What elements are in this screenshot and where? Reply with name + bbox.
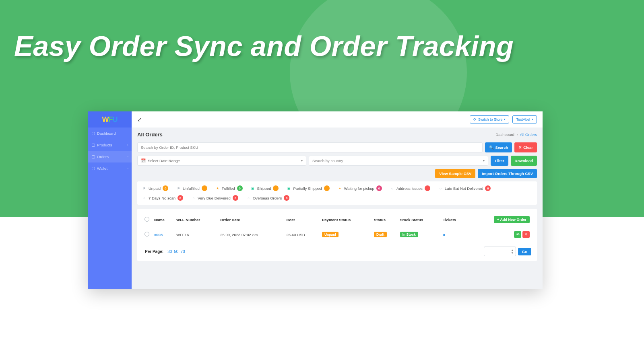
- status-label: Waiting for pickup: [344, 186, 374, 191]
- status-label: Very Due Delivered: [198, 196, 231, 200]
- date-range-select[interactable]: 📅 Select Date Range ▾: [137, 156, 306, 166]
- order-name-link[interactable]: #008: [154, 232, 163, 237]
- circle-icon: ○: [142, 196, 147, 200]
- gift-icon: ✦: [338, 186, 342, 191]
- cell-wff: WFF16: [175, 228, 219, 241]
- sidebar-item-label: Wallet: [97, 166, 107, 171]
- app-window: WFU DashboardProducts›Orders›Wallet› ⤢ ⟳…: [88, 111, 543, 289]
- status-filter-7-days-no-scan[interactable]: ○7 Days No scan0: [142, 195, 183, 201]
- flag-icon: ⚑: [142, 186, 147, 191]
- chevron-down-icon: ▾: [483, 159, 485, 162]
- star-icon: ★: [215, 186, 220, 191]
- status-filter-overseas-orders[interactable]: ○Overseas Orders0: [246, 195, 289, 201]
- delete-button[interactable]: ✕: [522, 231, 530, 238]
- fullscreen-icon[interactable]: ⤢: [137, 116, 142, 123]
- nav-icon: [92, 144, 95, 147]
- breadcrumb-current: All Orders: [520, 132, 537, 137]
- status-filter-partially-shipped[interactable]: ▣Partially Shipped: [287, 185, 329, 191]
- status-label: Unfulfilled: [183, 186, 200, 191]
- sidebar-item-orders[interactable]: Orders›: [88, 151, 132, 162]
- status-label: Unpaid: [149, 186, 161, 191]
- status-filter-address-issues[interactable]: ○Address Issues: [390, 185, 430, 191]
- status-filter-waiting-for-pickup[interactable]: ✦Waiting for pickup0: [338, 185, 382, 191]
- select-all-checkbox[interactable]: [144, 217, 149, 222]
- flag-icon: ⚑: [176, 186, 181, 191]
- col-cost: Cost: [285, 214, 320, 228]
- status-filter-fulfilled[interactable]: ★Fulfilled0: [215, 185, 243, 191]
- status-label: Late But Not Delivered: [445, 186, 483, 191]
- per-page-70[interactable]: 70: [180, 249, 185, 254]
- nav-icon: [92, 132, 95, 135]
- import-csv-button[interactable]: Import Orders Through CSV: [478, 169, 537, 178]
- close-icon: ✕: [518, 145, 522, 150]
- orders-table: Name WFF Number Order Date Cost Payment …: [143, 214, 531, 241]
- topbar: ⤢ ⟳ Switch to Store ▾ TestAbel ▾: [132, 111, 543, 128]
- add-new-order-button[interactable]: + Add New Order: [494, 216, 530, 223]
- chevron-right-icon: ›: [127, 167, 128, 170]
- search-input[interactable]: [137, 142, 483, 152]
- filter-button[interactable]: Filter: [491, 156, 508, 166]
- status-filter-unfulfilled[interactable]: ⚑Unfulfilled: [176, 185, 207, 191]
- nav-icon: [92, 167, 95, 170]
- status-label: 7 Days No scan: [149, 196, 175, 200]
- chevron-right-icon: ›: [127, 143, 128, 147]
- download-button[interactable]: Download: [511, 156, 537, 166]
- sidebar-item-wallet[interactable]: Wallet›: [88, 162, 132, 174]
- status-count-badge: 0: [233, 195, 238, 201]
- search-button[interactable]: 🔍Search: [485, 142, 512, 152]
- stock-status-tag: In Stock: [400, 232, 418, 237]
- sidebar-item-dashboard[interactable]: Dashboard: [88, 128, 132, 139]
- col-wff: WFF Number: [175, 214, 219, 228]
- status-label: Fulfilled: [222, 186, 235, 191]
- view-button[interactable]: 👁: [514, 231, 521, 238]
- breadcrumb: Dashboard › All Orders: [495, 132, 537, 137]
- switch-store-button[interactable]: ⟳ Switch to Store ▾: [470, 115, 510, 123]
- clear-button[interactable]: ✕Clear: [514, 142, 537, 152]
- status-count-badge: 0: [284, 195, 289, 201]
- status-filter-late-but-not-delivered[interactable]: ○Late But Not Delivered0: [438, 185, 491, 191]
- col-name: Name: [153, 214, 175, 228]
- page-number-input[interactable]: ▴▾: [484, 247, 516, 256]
- col-date: Order Date: [219, 214, 285, 228]
- status-filter-panel: ⚑Unpaid0⚑Unfulfilled★Fulfilled0▣Shipped▣…: [137, 181, 537, 205]
- calendar-icon: 📅: [141, 158, 146, 163]
- main-area: ⤢ ⟳ Switch to Store ▾ TestAbel ▾ All Ord…: [132, 111, 543, 289]
- col-payment: Payment Status: [320, 214, 372, 228]
- chevron-right-icon: ›: [127, 155, 128, 158]
- per-page-options: Per Page:305070: [143, 249, 185, 254]
- sidebar: WFU DashboardProducts›Orders›Wallet›: [88, 111, 132, 289]
- circle-icon: ○: [390, 186, 394, 191]
- status-label: Shipped: [257, 186, 271, 191]
- status-count-badge: [202, 185, 207, 191]
- country-select[interactable]: Search by country ▾: [309, 156, 488, 166]
- status-filter-unpaid[interactable]: ⚑Unpaid0: [142, 185, 168, 191]
- row-checkbox[interactable]: [144, 232, 149, 237]
- sidebar-item-label: Dashboard: [97, 131, 116, 136]
- hero-title: Easy Order Sync and Order Tracking: [14, 30, 514, 62]
- table-row: #008WFF1625 09, 2023 07:02 Am26.40 USDUn…: [143, 228, 531, 241]
- truck-icon: ▣: [287, 186, 291, 191]
- status-filter-very-due-delivered[interactable]: ○Very Due Delivered0: [191, 195, 238, 201]
- sidebar-item-label: Products: [97, 143, 112, 147]
- go-button[interactable]: Go: [518, 248, 531, 255]
- tickets-link[interactable]: 0: [443, 232, 445, 237]
- logo: WFU: [88, 111, 132, 128]
- payment-status-tag: Unpaid: [322, 232, 339, 237]
- col-status: Status: [372, 214, 398, 228]
- chevron-down-icon: ▾: [532, 118, 533, 121]
- cell-cost: 26.40 USD: [285, 228, 320, 241]
- sidebar-item-products[interactable]: Products›: [88, 139, 132, 151]
- circle-icon: ○: [191, 196, 196, 200]
- per-page-30[interactable]: 30: [167, 249, 172, 254]
- status-filter-shipped[interactable]: ▣Shipped: [251, 185, 279, 191]
- user-menu-button[interactable]: TestAbel ▾: [512, 115, 537, 123]
- chevron-down-icon: ▾: [504, 118, 506, 121]
- per-page-50[interactable]: 50: [174, 249, 178, 254]
- col-stock: Stock Status: [398, 214, 442, 228]
- view-sample-csv-button[interactable]: View Sample CSV: [435, 169, 475, 178]
- nav-icon: [92, 155, 95, 158]
- circle-icon: ○: [246, 196, 251, 200]
- breadcrumb-root[interactable]: Dashboard: [495, 132, 514, 137]
- chevron-down-icon: ▾: [301, 159, 303, 162]
- status-label: Partially Shipped: [293, 186, 322, 191]
